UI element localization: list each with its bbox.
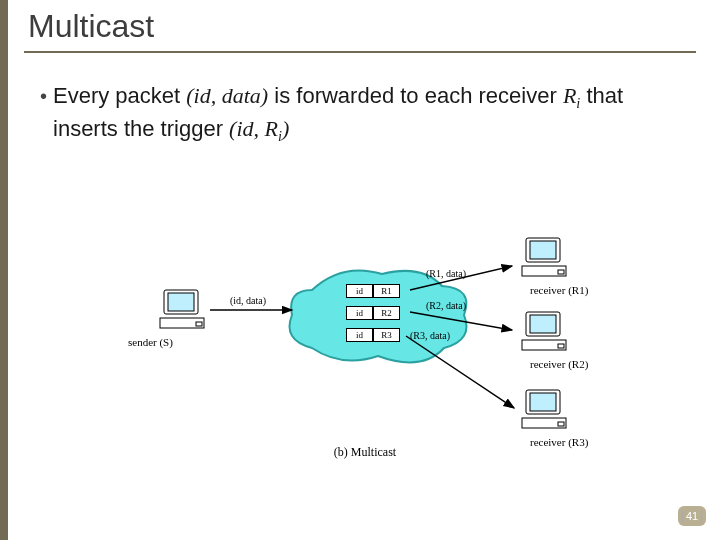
bullet-item: • Every packet (id, data) is forwarded t… (40, 81, 680, 146)
slide: Multicast • Every packet (id, data) is f… (0, 0, 720, 540)
trigger-1-right: R1 (373, 284, 400, 298)
t-mid1: is forwarded to each receiver (268, 83, 563, 108)
svg-rect-3 (196, 322, 202, 326)
trigger-1: id R1 (346, 284, 400, 298)
edge-out2-label: (R2, data) (426, 300, 466, 311)
t-pre: Every packet (53, 83, 186, 108)
svg-rect-1 (168, 293, 194, 311)
receiver-2-pc-icon (520, 310, 576, 356)
t-id-data: (id, data) (186, 83, 268, 108)
svg-rect-13 (530, 393, 556, 411)
diagram-caption: (b) Multicast (110, 445, 620, 460)
svg-rect-11 (558, 344, 564, 348)
bullet-text: Every packet (id, data) is forwarded to … (53, 81, 680, 146)
svg-rect-7 (558, 270, 564, 274)
edge-cloud-to-r3 (406, 332, 522, 414)
title-area: Multicast (24, 0, 696, 53)
svg-line-19 (406, 336, 514, 408)
t-ri: R (563, 83, 576, 108)
page-number: 41 (686, 510, 698, 522)
trigger-2: id R2 (346, 306, 400, 320)
trigger-3-right: R3 (373, 328, 400, 342)
svg-rect-15 (558, 422, 564, 426)
bullet-icon: • (40, 81, 47, 112)
svg-rect-5 (530, 241, 556, 259)
trigger-2-right: R2 (373, 306, 400, 320)
multicast-diagram: id R1 id R2 id R3 sender (S) receiver (R… (110, 240, 620, 460)
trigger-2-left: id (346, 306, 373, 320)
receiver-3-pc-icon (520, 388, 576, 434)
sender-pc-icon (158, 288, 214, 334)
left-accent-bar (0, 0, 8, 540)
slide-title: Multicast (28, 8, 696, 45)
receiver-1-label: receiver (R1) (530, 284, 588, 296)
svg-rect-9 (530, 315, 556, 333)
edge-out3-label: (R3, data) (410, 330, 450, 341)
trigger-3: id R3 (346, 328, 400, 342)
body-area: • Every packet (id, data) is forwarded t… (0, 53, 720, 146)
t-id-ri: (id, R (229, 116, 278, 141)
edge-out1-label: (R1, data) (426, 268, 466, 279)
trigger-1-left: id (346, 284, 373, 298)
t-close: ) (282, 116, 289, 141)
trigger-3-left: id (346, 328, 373, 342)
page-number-badge: 41 (678, 506, 706, 526)
svg-line-18 (410, 312, 512, 330)
sender-label: sender (S) (128, 336, 173, 348)
receiver-1-pc-icon (520, 236, 576, 282)
edge-in-label: (id, data) (230, 295, 266, 306)
receiver-2-label: receiver (R2) (530, 358, 588, 370)
